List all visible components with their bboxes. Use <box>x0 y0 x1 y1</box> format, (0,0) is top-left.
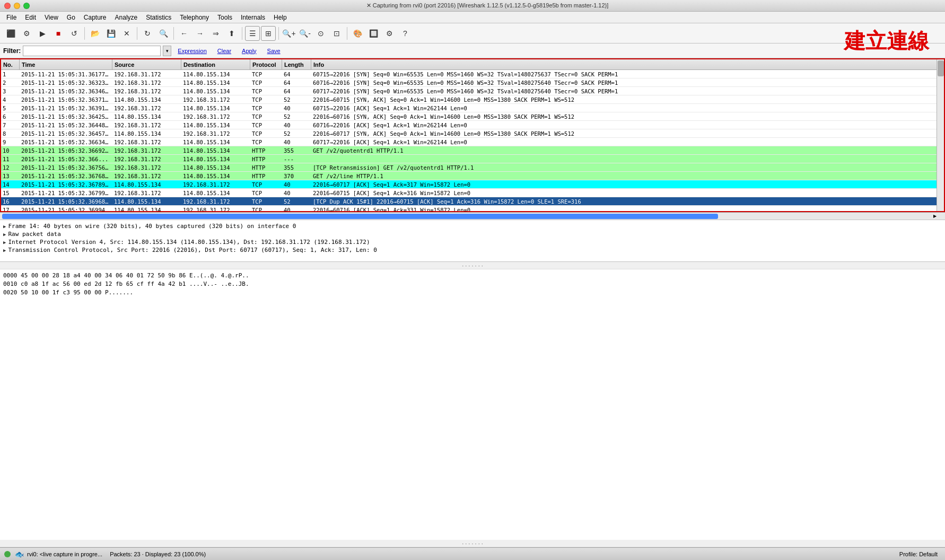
apply-btn[interactable]: Apply <box>238 47 261 55</box>
window-controls[interactable] <box>4 3 30 9</box>
hex-row: 0000 45 00 00 28 18 a4 40 00 34 06 40 01… <box>3 272 942 280</box>
col-header-proto[interactable]: Protocol <box>250 59 282 69</box>
col-header-dest[interactable]: Destination <box>181 59 250 69</box>
capture-restart-btn[interactable]: ↺ <box>67 26 82 41</box>
prefs-btn[interactable]: ⚙ <box>382 26 397 41</box>
menu-item-statistics[interactable]: Statistics <box>142 13 176 22</box>
dots-separator-2: · · · · · · · <box>0 540 945 547</box>
expression-btn[interactable]: Expression <box>173 47 211 55</box>
table-row[interactable]: 172015-11-21 15:05:32.369940000114.80.15… <box>1 206 944 212</box>
packet-rows[interactable]: 12015-11-21 15:05:31.361775000192.168.31… <box>1 70 944 212</box>
zoom-in-btn[interactable]: 🔍+ <box>282 26 296 41</box>
menu-item-edit[interactable]: Edit <box>21 13 40 22</box>
table-row[interactable]: 22015-11-21 15:05:32.363234000192.168.31… <box>1 78 944 87</box>
table-row[interactable]: 82015-11-21 15:05:32.364575000114.80.155… <box>1 129 944 138</box>
capture-interfaces-btn[interactable]: ⬛ <box>3 26 18 41</box>
table-row[interactable]: 42015-11-21 15:05:32.363715000114.80.155… <box>1 95 944 104</box>
vertical-scrollbar[interactable] <box>937 59 944 211</box>
col-header-len[interactable]: Length <box>282 59 311 69</box>
clear-btn[interactable]: Clear <box>213 47 235 55</box>
maximize-button[interactable] <box>23 3 30 9</box>
open-btn[interactable]: 📂 <box>88 26 102 41</box>
filter-input[interactable] <box>23 46 161 56</box>
back-btn[interactable]: ← <box>177 26 191 41</box>
menu-item-analyze[interactable]: Analyze <box>111 13 142 22</box>
menu-item-capture[interactable]: Capture <box>80 13 111 22</box>
detail-row-ip[interactable]: ▶ Internet Protocol Version 4, Src: 114.… <box>3 238 942 246</box>
capture-stop-btn[interactable]: ■ <box>51 26 66 41</box>
zoom-out-btn[interactable]: 🔍- <box>298 26 312 41</box>
menu-item-telephony[interactable]: Telephony <box>176 13 213 22</box>
table-row[interactable]: 62015-11-21 15:05:32.364252000114.80.155… <box>1 112 944 121</box>
detail-row-frame[interactable]: ▶ Frame 14: 40 bytes on wire (320 bits),… <box>3 222 942 230</box>
expand-arrow-frame: ▶ <box>3 224 6 229</box>
horizontal-scrollbar[interactable]: ▶ <box>0 212 945 220</box>
colorize-btn[interactable]: 🎨 <box>350 26 365 41</box>
scrollbar-thumb[interactable] <box>938 60 944 76</box>
table-row[interactable]: 132015-11-21 15:05:32.367682000192.168.3… <box>1 172 944 180</box>
table-row[interactable]: 32015-11-21 15:05:32.363462000192.168.31… <box>1 87 944 95</box>
reload-btn[interactable]: ↻ <box>140 26 155 41</box>
filter-dropdown[interactable]: ▾ <box>163 46 171 56</box>
table-row[interactable]: 102015-11-21 15:05:32.366927000192.168.3… <box>1 146 944 155</box>
detail-frame-text: Frame 14: 40 bytes on wire (320 bits), 4… <box>8 223 296 230</box>
close-button[interactable] <box>4 3 11 9</box>
table-row[interactable]: 162015-11-21 15:05:32.369682000114.80.15… <box>1 197 944 206</box>
menu-item-tools[interactable]: Tools <box>213 13 237 22</box>
col-header-source[interactable]: Source <box>112 59 181 69</box>
status-right: Profile: Default <box>899 551 942 557</box>
expand-arrow-ip: ▶ <box>3 240 6 245</box>
detail-row-raw[interactable]: ▶ Raw packet data <box>3 230 942 238</box>
resize-col-btn[interactable]: ⊡ <box>329 26 344 41</box>
status-left: 🐟 rvi0: <live capture in progre... Packe… <box>3 550 899 558</box>
prev-btn[interactable]: ⬆ <box>224 26 239 41</box>
dots-separator-1: · · · · · · · <box>0 262 945 269</box>
close-btn[interactable]: ✕ <box>119 26 134 41</box>
table-row[interactable]: 92015-11-21 15:05:32.366340000192.168.31… <box>1 138 944 146</box>
menu-item-view[interactable]: View <box>40 13 63 22</box>
print-btn[interactable]: 🔍 <box>156 26 171 41</box>
hscrollbar-thumb[interactable] <box>2 214 718 219</box>
statusbar: 🐟 rvi0: <live capture in progre... Packe… <box>0 547 945 560</box>
menu-item-help[interactable]: Help <box>269 13 291 22</box>
col-header-time[interactable]: Time <box>20 59 112 69</box>
col-header-info[interactable]: Info <box>311 59 944 69</box>
table-row[interactable]: 152015-11-21 15:05:32.367996000192.168.3… <box>1 189 944 197</box>
detail-tcp-text: Transmission Control Protocol, Src Port:… <box>8 247 377 253</box>
packet-detail: ▶ Frame 14: 40 bytes on wire (320 bits),… <box>0 220 945 262</box>
zoom-reset-btn[interactable]: ⊙ <box>313 26 328 41</box>
detail-row-tcp[interactable]: ▶ Transmission Control Protocol, Src Por… <box>3 246 942 254</box>
wireshark-icon: 🐟 <box>15 550 24 558</box>
capture-info: rvi0: <live capture in progre... <box>27 551 102 557</box>
table-row[interactable]: 52015-11-21 15:05:32.363912000192.168.31… <box>1 104 944 112</box>
filter-label: Filter: <box>3 47 21 55</box>
toolbar-sep-6 <box>347 27 347 40</box>
hscrollbar-right-arrow: ▶ <box>933 214 937 218</box>
window-title: ✕ Capturing from rvi0 (port 22016) [Wire… <box>34 2 941 9</box>
toolbar-sep-5 <box>278 27 279 40</box>
fwd-btn[interactable]: → <box>192 26 207 41</box>
save-filter-btn[interactable]: Save <box>263 47 285 55</box>
save-btn[interactable]: 💾 <box>103 26 118 41</box>
table-row[interactable]: 72015-11-21 15:05:32.364488000192.168.31… <box>1 121 944 129</box>
capture-start-btn[interactable]: ▶ <box>35 26 50 41</box>
col-header-no[interactable]: No. <box>1 59 20 69</box>
packet-list-container: No. Time Source Destination Protocol Len… <box>0 58 945 212</box>
minimize-button[interactable] <box>14 3 20 9</box>
packet-info: Packets: 23 · Displayed: 23 (100.0%) <box>110 551 206 557</box>
hex-dump: 0000 45 00 00 28 18 a4 40 00 34 06 40 01… <box>0 269 945 540</box>
table-row[interactable]: 12015-11-21 15:05:31.361775000192.168.31… <box>1 70 944 78</box>
capture-options-btn[interactable]: ⚙ <box>19 26 34 41</box>
list-view-btn[interactable]: ☰ <box>245 26 260 41</box>
table-row[interactable]: 122015-11-21 15:05:32.367562000192.168.3… <box>1 163 944 172</box>
coloring-rules-btn[interactable]: 🔲 <box>366 26 381 41</box>
detail-view-btn[interactable]: ⊞ <box>261 26 276 41</box>
table-row[interactable]: 112015-11-21 15:05:32.366...192.168.31.1… <box>1 155 944 163</box>
menu-item-go[interactable]: Go <box>63 13 80 22</box>
help-btn[interactable]: ? <box>398 26 413 41</box>
menu-item-file[interactable]: File <box>2 13 21 22</box>
goto-btn[interactable]: ⇒ <box>208 26 223 41</box>
menu-item-internals[interactable]: Internals <box>237 13 269 22</box>
table-row[interactable]: 142015-11-21 15:05:32.367893000114.80.15… <box>1 180 944 189</box>
hex-row: 0010 c0 a8 1f ac 56 00 ed 2d 12 fb 65 cf… <box>3 280 942 288</box>
